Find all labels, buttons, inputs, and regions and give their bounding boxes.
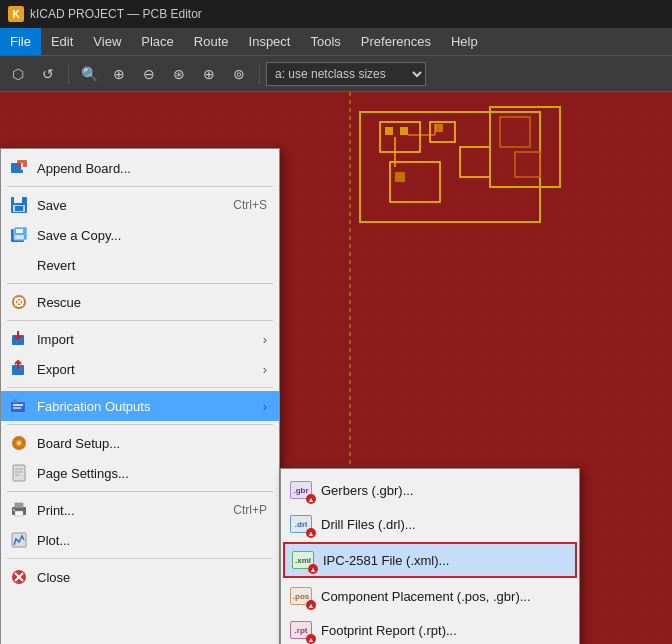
board-setup-icon: [9, 433, 29, 453]
menu-bar: File Edit View Place Route Inspect Tools…: [0, 28, 672, 56]
close-label: Close: [37, 570, 70, 585]
menu-append-board[interactable]: Append Board...: [1, 153, 279, 183]
menu-board-setup[interactable]: Board Setup...: [1, 428, 279, 458]
append-board-icon: [9, 158, 29, 178]
toolbar-new-btn[interactable]: ⬡: [4, 60, 32, 88]
svg-rect-6: [385, 127, 393, 135]
svg-rect-38: [13, 465, 25, 481]
svg-rect-23: [16, 229, 23, 233]
svg-rect-8: [435, 124, 443, 132]
submenu-gerbers[interactable]: .gbr ▲ Gerbers (.gbr)...: [281, 473, 579, 507]
file-menu-dropdown: Append Board... Save Ctrl+S Save a Copy.…: [0, 148, 280, 644]
app-icon: K: [8, 6, 24, 22]
save-label: Save: [37, 198, 67, 213]
sep2: [7, 283, 273, 284]
svg-rect-20: [15, 206, 23, 211]
menu-tools[interactable]: Tools: [300, 28, 350, 55]
toolbar-zoom-out-btn[interactable]: ⊖: [135, 60, 163, 88]
svg-rect-24: [15, 235, 24, 239]
title-text: kICAD PROJECT — PCB Editor: [30, 7, 202, 21]
footprint-report-label: Footprint Report (.rpt)...: [321, 623, 457, 638]
sep5: [7, 424, 273, 425]
menu-plot[interactable]: Plot...: [1, 525, 279, 555]
svg-rect-45: [13, 509, 15, 511]
rescue-icon: [9, 292, 29, 312]
submenu-footprint-report[interactable]: .rpt ▲ Footprint Report (.rpt)...: [281, 613, 579, 644]
menu-revert[interactable]: Revert: [1, 250, 279, 280]
page-settings-icon: [9, 463, 29, 483]
submenu-comp-placement[interactable]: .pos ▲ Component Placement (.pos, .gbr).…: [281, 579, 579, 613]
svg-rect-18: [14, 197, 22, 203]
import-icon: [9, 329, 29, 349]
menu-print[interactable]: Print... Ctrl+P: [1, 495, 279, 525]
svg-point-37: [18, 442, 21, 445]
revert-label: Revert: [37, 258, 75, 273]
submenu-drill-files[interactable]: .drl ▲ Drill Files (.drl)...: [281, 507, 579, 541]
menu-inspect[interactable]: Inspect: [239, 28, 301, 55]
menu-file[interactable]: File: [0, 28, 41, 55]
append-board-label: Append Board...: [37, 161, 131, 176]
toolbar-search-btn[interactable]: 🔍: [75, 60, 103, 88]
svg-rect-33: [13, 407, 21, 409]
drill-file-icon: .drl ▲: [289, 512, 313, 536]
menu-close[interactable]: Close: [1, 562, 279, 592]
svg-rect-43: [15, 503, 23, 508]
submenu-ipc-2581[interactable]: .xml ▲ IPC-2581 File (.xml)...: [283, 542, 577, 578]
sep4: [7, 387, 273, 388]
toolbar-zoom-fit-btn[interactable]: ⊛: [165, 60, 193, 88]
fab-outputs-submenu: .gbr ▲ Gerbers (.gbr)... .drl ▲ Drill Fi…: [280, 468, 580, 644]
toolbar-zoom-mode-btn[interactable]: ⊚: [225, 60, 253, 88]
print-shortcut: Ctrl+P: [233, 503, 267, 517]
toolbar-zoom-in-btn[interactable]: ⊕: [105, 60, 133, 88]
menu-view[interactable]: View: [83, 28, 131, 55]
close-menu-icon: [9, 567, 29, 587]
export-arrow: ›: [263, 362, 267, 377]
drill-files-label: Drill Files (.drl)...: [321, 517, 416, 532]
save-shortcut: Ctrl+S: [233, 198, 267, 212]
toolbar-sep1: [68, 64, 69, 84]
main-area: Append Board... Save Ctrl+S Save a Copy.…: [0, 92, 672, 644]
svg-rect-32: [13, 404, 23, 406]
print-label: Print...: [37, 503, 75, 518]
gerbers-file-icon: .gbr ▲: [289, 478, 313, 502]
fab-outputs-label: Fabrication Outputs: [37, 399, 150, 414]
revert-icon: [9, 255, 29, 275]
menu-edit[interactable]: Edit: [41, 28, 83, 55]
menu-help[interactable]: Help: [441, 28, 488, 55]
print-icon: [9, 500, 29, 520]
menu-fab-outputs[interactable]: Fabrication Outputs ›: [1, 391, 279, 421]
menu-place[interactable]: Place: [131, 28, 184, 55]
menu-preferences[interactable]: Preferences: [351, 28, 441, 55]
save-icon: [9, 195, 29, 215]
netclass-select[interactable]: a: use netclass sizes: [266, 62, 426, 86]
svg-rect-44: [15, 511, 23, 516]
title-bar: K kICAD PROJECT — PCB Editor: [0, 0, 672, 28]
comp-placement-label: Component Placement (.pos, .gbr)...: [321, 589, 531, 604]
sep6: [7, 491, 273, 492]
toolbar: ⬡ ↺ 🔍 ⊕ ⊖ ⊛ ⊕ ⊚ a: use netclass sizes: [0, 56, 672, 92]
menu-save-copy[interactable]: Save a Copy...: [1, 220, 279, 250]
save-copy-label: Save a Copy...: [37, 228, 121, 243]
import-arrow: ›: [263, 332, 267, 347]
rescue-label: Rescue: [37, 295, 81, 310]
comp-placement-file-icon: .pos ▲: [289, 584, 313, 608]
sep1: [7, 186, 273, 187]
toolbar-undo-btn[interactable]: ↺: [34, 60, 62, 88]
menu-export[interactable]: Export ›: [1, 354, 279, 384]
toolbar-zoom-sel-btn[interactable]: ⊕: [195, 60, 223, 88]
menu-page-settings[interactable]: Page Settings...: [1, 458, 279, 488]
footprint-report-file-icon: .rpt ▲: [289, 618, 313, 642]
import-label: Import: [37, 332, 74, 347]
menu-save[interactable]: Save Ctrl+S: [1, 190, 279, 220]
fab-outputs-arrow: ›: [263, 399, 267, 414]
export-icon: [9, 359, 29, 379]
menu-route[interactable]: Route: [184, 28, 239, 55]
plot-label: Plot...: [37, 533, 70, 548]
ipc-2581-file-icon: .xml ▲: [291, 548, 315, 572]
export-label: Export: [37, 362, 75, 377]
menu-rescue[interactable]: Rescue: [1, 287, 279, 317]
ipc-2581-label: IPC-2581 File (.xml)...: [323, 553, 449, 568]
sep7: [7, 558, 273, 559]
menu-import[interactable]: Import ›: [1, 324, 279, 354]
plot-icon: [9, 530, 29, 550]
